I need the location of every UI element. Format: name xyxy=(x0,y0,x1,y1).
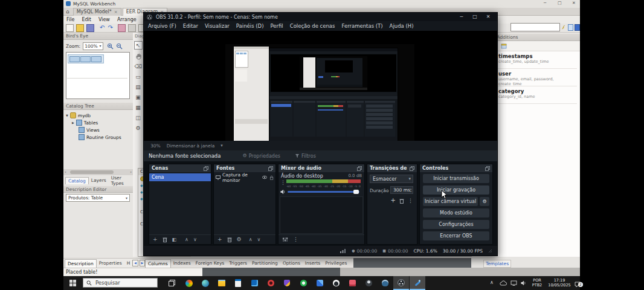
wb-menu-edit[interactable]: Edit xyxy=(82,17,91,22)
wb-menu-file[interactable]: File xyxy=(66,17,74,22)
model-search-input[interactable] xyxy=(510,23,560,31)
taskbar-app-edge[interactable] xyxy=(198,276,213,290)
popout-icon[interactable] xyxy=(204,166,208,171)
birds-eye-canvas[interactable] xyxy=(66,52,130,99)
volume-slider[interactable] xyxy=(288,191,359,193)
virtual-camera-config-button[interactable]: ⚙ xyxy=(480,197,489,206)
view-toggle-icon[interactable] xyxy=(568,24,573,31)
broom-icon[interactable] xyxy=(561,24,566,30)
mixer-options-dots-icon[interactable]: ⋮ xyxy=(280,180,286,185)
sources-dock-header[interactable]: Fontes xyxy=(214,164,275,172)
properties-button[interactable]: ⚙ Propriedades xyxy=(242,153,280,159)
tool-note-icon[interactable]: ▤ xyxy=(135,83,142,91)
zoom-select[interactable]: 100%▾ xyxy=(83,42,103,50)
remove-transition-icon[interactable] xyxy=(399,198,404,204)
move-source-up-icon[interactable]: ∧ xyxy=(249,237,253,242)
scroll-left-icon[interactable]: ‹ xyxy=(65,170,66,175)
taskbar-app-shield[interactable] xyxy=(279,276,295,290)
tab-user-types[interactable]: User Types xyxy=(109,175,133,187)
nav-back-button[interactable]: ◀ xyxy=(132,260,138,266)
tray-clock[interactable]: 17:19 10/05/2025 xyxy=(546,278,573,288)
preview-zoom-percent[interactable]: 30% xyxy=(150,143,161,149)
taskbar-app-postgresql[interactable] xyxy=(377,276,393,290)
taskbar-app-store[interactable] xyxy=(230,276,246,290)
tool-table-icon[interactable]: ▦ xyxy=(135,104,142,111)
pencil-icon[interactable] xyxy=(118,24,126,32)
open-folder-icon[interactable] xyxy=(76,24,84,32)
source-list-item-monitor[interactable]: Captura de monitor xyxy=(214,173,275,181)
preview-fit-label[interactable]: Dimensionar à janela xyxy=(167,143,215,149)
obs-menu-paineis[interactable]: Painéis (D) xyxy=(236,23,264,29)
tool-view-icon[interactable]: ◫ xyxy=(135,114,142,121)
tool-eraser-icon[interactable]: ⌫ xyxy=(135,63,142,70)
tab-properties[interactable]: Properties xyxy=(97,259,124,267)
tool-hand-icon[interactable] xyxy=(135,53,142,60)
taskbar-app-copilot[interactable] xyxy=(181,276,197,290)
duration-spinbox[interactable]: 300 ms ▴ ▾ xyxy=(390,186,413,194)
start-virtual-camera-button[interactable]: Iniciar câmera virtual xyxy=(423,197,478,206)
taskbar-app-pink-recorder[interactable] xyxy=(344,276,360,290)
start-streaming-button[interactable]: Iniciar transmissão xyxy=(423,174,489,183)
description-object-select[interactable]: Produtos: Table ▾ xyxy=(66,194,130,202)
wb-minimize-button[interactable]: ─ xyxy=(544,1,546,5)
obs-menu-perfil[interactable]: Perfil xyxy=(270,23,283,29)
tab-mysql-model[interactable]: MySQL Model*× xyxy=(73,8,121,16)
taskbar-app-green-messenger[interactable] xyxy=(295,276,311,290)
template-item-timestamps[interactable]: timestamps create_time, update_time xyxy=(498,53,577,64)
taskbar-search-box[interactable]: Pesquisar xyxy=(83,278,158,288)
tab-partitioning[interactable]: Partitioning xyxy=(250,259,280,267)
taskbar-app-mysql-workbench[interactable] xyxy=(410,276,425,290)
taskbar-app-blue-squares[interactable] xyxy=(312,276,327,290)
task-view-button[interactable] xyxy=(164,276,179,290)
start-button[interactable] xyxy=(63,276,82,290)
move-source-down-icon[interactable]: ∨ xyxy=(257,237,260,242)
popout-icon[interactable] xyxy=(268,166,273,171)
exit-obs-button[interactable]: Encerrar OBS xyxy=(423,231,489,240)
scenes-dock-header[interactable]: Cenas xyxy=(149,164,211,172)
tab-columns[interactable]: Columns xyxy=(145,259,171,268)
mixer-more-dots-icon[interactable]: ⋮ xyxy=(293,237,298,242)
obs-maximize-button[interactable]: □ xyxy=(468,14,481,19)
volume-slider-handle[interactable] xyxy=(353,190,359,194)
scene-filters-icon[interactable]: ◧ xyxy=(172,237,177,242)
remove-source-icon[interactable] xyxy=(227,237,232,242)
new-document-icon[interactable] xyxy=(66,24,74,32)
add-transition-icon[interactable]: + xyxy=(391,198,396,204)
remove-scene-icon[interactable] xyxy=(163,237,167,242)
tab-layers[interactable]: Layers xyxy=(89,177,109,184)
tool-layer-icon[interactable]: ▭ xyxy=(135,73,142,80)
tab-foreign-keys[interactable]: Foreign Keys xyxy=(193,259,227,267)
tree-expanded-icon[interactable]: ▼ xyxy=(66,114,68,117)
zoom-in-icon[interactable] xyxy=(107,43,114,50)
tray-network-icon[interactable] xyxy=(510,280,517,286)
transitions-header[interactable]: Transições de ce... xyxy=(367,164,417,172)
save-icon[interactable] xyxy=(86,24,94,32)
tree-item-views[interactable]: Views xyxy=(63,126,133,134)
source-properties-gear-icon[interactable]: ⚙ xyxy=(237,237,242,242)
tool-select-icon[interactable]: ↖ xyxy=(134,41,143,50)
templates-bottom-tab[interactable]: Templates xyxy=(483,260,511,268)
taskbar-app-obs[interactable] xyxy=(393,276,409,290)
add-source-icon[interactable]: + xyxy=(217,237,222,242)
taskbar-app-red-browser[interactable] xyxy=(263,276,279,290)
speaker-icon[interactable] xyxy=(280,189,286,195)
tab-history[interactable]: H xyxy=(124,259,133,267)
start-recording-button[interactable]: Iniciar gravação xyxy=(423,185,489,195)
tab-privileges[interactable]: Privileges xyxy=(323,259,349,267)
move-scene-up-icon[interactable]: ∧ xyxy=(185,237,188,242)
audio-mixer-header[interactable]: Mixer de áudio xyxy=(279,164,364,172)
tree-item-routine-groups[interactable]: Routine Groups xyxy=(63,134,133,141)
resize-grip-icon[interactable] xyxy=(488,249,492,253)
obs-menu-ajuda[interactable]: Ajuda (H) xyxy=(390,23,414,29)
tree-item-mydb[interactable]: ▼mydb xyxy=(63,112,133,119)
tab-triggers[interactable]: Triggers xyxy=(227,259,250,267)
wb-menu-view[interactable]: View xyxy=(98,17,110,22)
obs-close-button[interactable]: ✕ xyxy=(481,14,495,19)
obs-menu-colecao-de-cenas[interactable]: Coleção de cenas xyxy=(290,23,335,29)
wb-menu-arrange[interactable]: Arrange xyxy=(117,17,137,22)
obs-preview[interactable] xyxy=(144,31,497,141)
settings-button[interactable]: Configurações xyxy=(423,220,489,229)
tray-cloud-icon[interactable] xyxy=(500,280,507,286)
taskbar-app-github[interactable] xyxy=(328,276,344,290)
nav-forward-button[interactable]: ▶ xyxy=(140,260,145,266)
